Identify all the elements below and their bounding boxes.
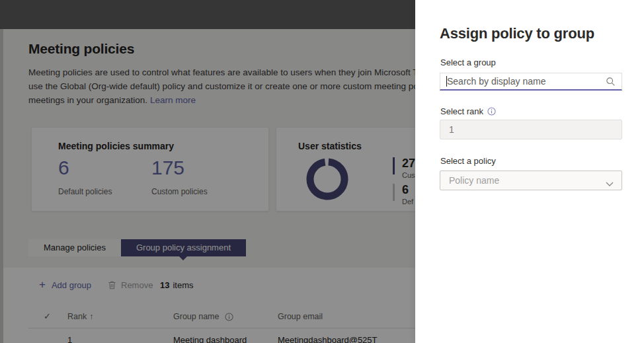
select-group-label: Select a group xyxy=(440,57,496,67)
group-search-input[interactable] xyxy=(447,73,599,89)
assign-policy-panel: Assign policy to group Select a group Se… xyxy=(415,0,644,343)
modal-scrim xyxy=(0,29,418,343)
teams-admin-screen: Meeting policies Meeting policies are us… xyxy=(0,0,644,343)
rank-input-box xyxy=(440,120,622,139)
group-search-box xyxy=(440,73,622,91)
select-rank-label-text: Select rank xyxy=(440,106,483,116)
search-icon xyxy=(606,77,616,89)
policy-dropdown[interactable]: Policy name xyxy=(440,171,622,190)
main-content: Meeting policies Meeting policies are us… xyxy=(0,0,418,343)
rank-input[interactable] xyxy=(440,120,622,139)
select-policy-label: Select a policy xyxy=(440,156,496,166)
select-rank-label: Select rank xyxy=(440,106,496,116)
text-cursor xyxy=(446,76,447,87)
policy-dropdown-placeholder: Policy name xyxy=(449,171,499,190)
chevron-down-icon xyxy=(606,178,614,190)
top-app-bar xyxy=(0,0,418,29)
panel-title: Assign policy to group xyxy=(440,25,594,42)
info-icon[interactable] xyxy=(487,107,496,116)
